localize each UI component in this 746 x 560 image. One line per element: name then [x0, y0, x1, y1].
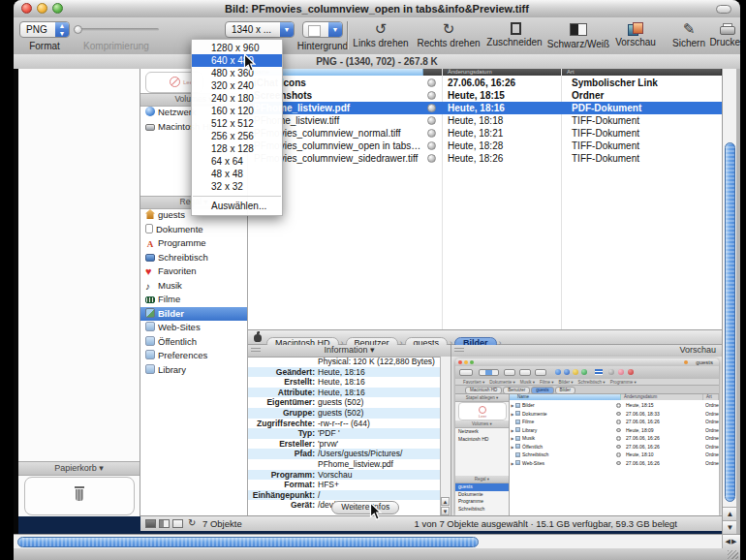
- resize-grip[interactable]: [728, 550, 738, 559]
- vertical-scrollbar[interactable]: ▲ ▼: [722, 69, 736, 534]
- sidebar-item[interactable]: Web-Sites: [140, 321, 247, 335]
- crop-icon: [509, 22, 521, 35]
- size-menu-items: 1280 x 960640 x 480480 x 360320 x 240240…: [192, 42, 282, 193]
- mini-file-row: ▶Öffentlich 27.06.06, 16:26 Ordner: [510, 443, 719, 451]
- menu-item[interactable]: 128 x 128: [192, 142, 282, 155]
- menu-item[interactable]: 480 x 360: [192, 67, 282, 79]
- minimize-button[interactable]: [37, 3, 47, 14]
- scroll-up-arrow-icon[interactable]: ▲: [441, 497, 450, 506]
- menu-item[interactable]: 320 x 240: [192, 79, 282, 92]
- size-popup[interactable]: 1340 x ... ▼: [225, 21, 295, 38]
- column-header-date[interactable]: Änderungsdatum: [443, 69, 562, 76]
- pictures-icon: [145, 308, 155, 318]
- sidebar-item[interactable]: Favoriten: [140, 264, 247, 279]
- folder-icon: [145, 350, 155, 359]
- print-button[interactable]: Drucken: [707, 20, 740, 47]
- image-info-bar: PNG - (1340, 702) - 267.8 K: [14, 54, 740, 70]
- menu-item[interactable]: 256 x 256: [192, 130, 282, 142]
- mini-folder-icon: [515, 460, 520, 465]
- mini-nav-buttons: [459, 369, 473, 376]
- mini-favorite-item: Schreibtisch ▾: [578, 380, 606, 385]
- rotate-right-button[interactable]: ↻ Rechts drehen: [415, 20, 482, 48]
- sidebar-item[interactable]: Musik: [140, 279, 247, 294]
- view-icon-columns[interactable]: [159, 519, 170, 528]
- compression-slider-thumb[interactable]: [74, 25, 82, 34]
- mini-tab: Macintosh HD: [465, 387, 502, 394]
- sidebar-item[interactable]: Programme: [140, 236, 247, 251]
- sidebar-item[interactable]: Dokumente: [140, 223, 247, 237]
- item-bullet-icon[interactable]: [427, 116, 436, 125]
- mini-favorite-item: Filme ▾: [540, 380, 554, 385]
- item-bullet-icon[interactable]: [427, 154, 436, 163]
- crop-button[interactable]: Zuschneiden: [484, 20, 544, 47]
- sidebar-item[interactable]: Library: [140, 363, 247, 378]
- file-row[interactable]: Screenshots Heute, 18:15 Ordner: [248, 89, 722, 102]
- sidebar-item[interactable]: Schreibtisch: [140, 251, 247, 265]
- file-row[interactable]: PFmovies_columnview_sidedrawer.tiff Heut…: [248, 152, 722, 165]
- trash-drop-zone[interactable]: [24, 477, 135, 515]
- menu-item[interactable]: 512 x 512: [192, 117, 282, 130]
- refresh-icon[interactable]: ↻: [188, 517, 196, 528]
- menu-item[interactable]: 240 x 180: [192, 92, 282, 105]
- menu-item[interactable]: 640 x 480: [192, 54, 282, 67]
- preview-button[interactable]: Vorschau: [610, 20, 661, 47]
- info-panel: Information ▾ Physical: 120 K (122,880 B…: [248, 345, 451, 515]
- menu-item[interactable]: 48 x 48: [192, 168, 282, 180]
- column-header-kind[interactable]: Art: [562, 69, 722, 76]
- scroll-down-arrow-icon[interactable]: ▼: [441, 507, 450, 515]
- scroll-arrows-corner[interactable]: ◀▶: [722, 534, 740, 548]
- item-bullet-icon[interactable]: [427, 91, 436, 100]
- toolbar-separator: [347, 21, 348, 49]
- background-popup[interactable]: ▼: [302, 21, 343, 38]
- file-row[interactable]: iChat Icons 27.06.06, 16:26 Symbolischer…: [248, 77, 722, 89]
- item-bullet-icon[interactable]: [427, 129, 436, 138]
- sidebar-item[interactable]: Preferences: [140, 349, 247, 363]
- column-header-spacer[interactable]: [423, 69, 443, 76]
- scroll-up-arrow-icon[interactable]: ▲: [723, 507, 737, 520]
- item-bullet-icon[interactable]: [427, 78, 436, 87]
- close-button[interactable]: [21, 3, 32, 14]
- preview-app-window: Bild: PFmovies_columnview_open in tabs&i…: [14, 0, 740, 560]
- toolbar-toggle-button[interactable]: [716, 5, 731, 14]
- menu-item[interactable]: 160 x 120: [192, 105, 282, 117]
- scroll-down-arrow-icon[interactable]: ▼: [723, 520, 737, 534]
- vertical-scrollbar-thumb[interactable]: [725, 142, 735, 502]
- info-panel-scrollbar[interactable]: ▲ ▼: [440, 357, 451, 515]
- folder-icon: [145, 336, 155, 346]
- sidebar-item[interactable]: Filme: [140, 293, 247, 307]
- menu-item[interactable]: 1280 x 960: [192, 42, 282, 54]
- sidebar-item[interactable]: Bilder: [140, 307, 247, 322]
- file-row[interactable]: PFmovies_columnview_normal.tiff Heute, 1…: [248, 127, 722, 140]
- disk-icon: [145, 124, 155, 131]
- info-row: Einhängepunkt:/: [248, 490, 440, 501]
- save-button[interactable]: ✎ Sichern: [668, 20, 709, 48]
- mini-app-icon: [555, 369, 561, 375]
- trash-section-header[interactable]: Papierkorb ▾: [18, 461, 140, 476]
- file-row[interactable]: PFhome_listview.tiff Heute, 18:18 TIFF-D…: [248, 114, 722, 127]
- horizontal-scrollbar-thumb[interactable]: [17, 537, 479, 547]
- menu-item[interactable]: 32 x 32: [192, 180, 282, 193]
- item-bullet-icon[interactable]: [427, 104, 436, 112]
- menu-item-choose[interactable]: Auswählen...: [192, 200, 282, 212]
- item-bullet-icon[interactable]: [427, 141, 436, 150]
- title-bar[interactable]: Bild: PFmovies_columnview_open in tabs&i…: [14, 0, 740, 18]
- mini-folder-icon: [515, 427, 520, 432]
- menu-item[interactable]: 64 x 64: [192, 155, 282, 168]
- zoom-button[interactable]: [52, 3, 63, 14]
- horizontal-scrollbar[interactable]: [14, 534, 722, 548]
- file-row[interactable]: PFmovies_columnview_open in tabs.tiff He…: [248, 140, 722, 152]
- mini-volumes: NetzwerkMacintosh HD: [455, 428, 509, 443]
- info-row: Typ:'PDF ': [248, 428, 440, 439]
- pf-drawer: Papierkorb ▾: [18, 69, 140, 516]
- info-row: Zugriffsrechte:-rw-r--r-- (644): [248, 419, 440, 429]
- mini-file-row: ▶Musik 27.06.06, 16:26 Ordner: [510, 434, 719, 443]
- rotate-left-button[interactable]: ↺ Links drehen: [349, 20, 413, 48]
- view-icon-list[interactable]: [145, 519, 156, 528]
- file-row[interactable]: PFhome_listview.pdf Heute, 18:16 PDF-Dok…: [248, 102, 722, 114]
- sidebar-item[interactable]: Öffentlich: [140, 335, 247, 350]
- black-white-button[interactable]: Schwarz/Weiß: [546, 20, 610, 49]
- more-info-button[interactable]: Weitere Infos: [331, 501, 399, 514]
- view-icon-window[interactable]: [172, 519, 183, 528]
- format-popup[interactable]: PNG ▲▼: [19, 21, 70, 38]
- compression-slider[interactable]: [74, 28, 159, 31]
